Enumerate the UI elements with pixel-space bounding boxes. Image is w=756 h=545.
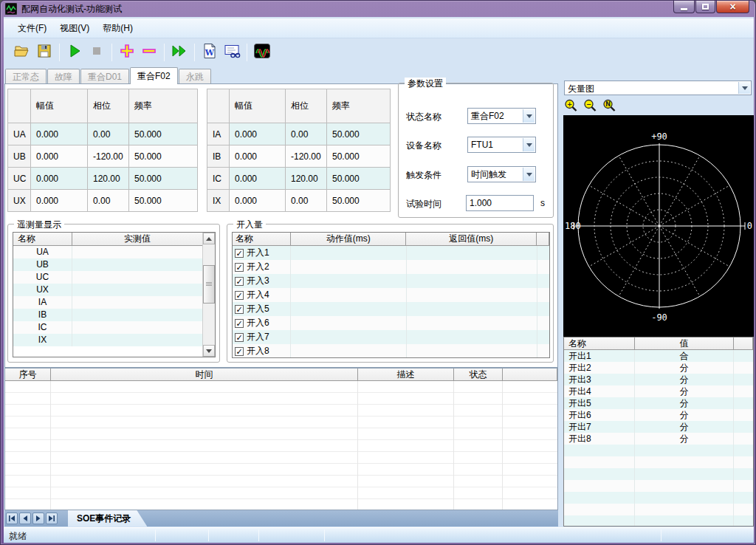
amplitude-cell[interactable]: 0.000 — [230, 168, 286, 190]
input-label: 开入4 — [247, 289, 269, 301]
frequency-cell[interactable]: 50.000 — [327, 168, 391, 190]
name-cell: ✓开入3 — [233, 274, 291, 288]
checkbox-checked[interactable]: ✓ — [235, 277, 244, 286]
minimize-button[interactable] — [673, 1, 695, 13]
word-report-button[interactable]: W — [199, 42, 221, 63]
frequency-cell[interactable]: 50.000 — [129, 168, 198, 190]
checkbox-checked[interactable]: ✓ — [235, 263, 244, 272]
waveform-button[interactable] — [251, 42, 273, 63]
name-cell: 开出8 — [564, 433, 635, 445]
phase-cell[interactable]: 120.00 — [286, 168, 327, 190]
chevron-down-icon[interactable] — [738, 82, 750, 94]
scrollbar-thumb[interactable] — [203, 265, 215, 304]
open-file-button[interactable] — [11, 42, 33, 63]
list-item[interactable]: ✓开入6 — [233, 316, 549, 330]
checkbox-checked[interactable]: ✓ — [235, 305, 244, 314]
device-name-combobox[interactable]: FTU1 — [467, 137, 536, 153]
state-name-combobox[interactable]: 重合F02 — [467, 108, 536, 124]
list-item[interactable]: ✓开入5 — [233, 302, 549, 316]
list-item[interactable]: IX — [13, 334, 215, 346]
first-page-icon[interactable] — [6, 513, 18, 524]
list-item[interactable]: UX — [13, 284, 215, 296]
amplitude-cell[interactable]: 0.000 — [230, 145, 286, 168]
checkbox-checked[interactable]: ✓ — [235, 347, 244, 356]
polar-radial-line — [619, 156, 659, 226]
last-page-icon[interactable] — [46, 513, 58, 524]
list-item[interactable]: ✓开入7 — [233, 330, 549, 344]
column-header: 状态 — [454, 369, 503, 380]
amplitude-cell[interactable]: 0.000 — [230, 123, 286, 145]
list-item[interactable]: ✓开入3 — [233, 274, 549, 288]
tab-正常态[interactable]: 正常态 — [5, 69, 47, 84]
start-button[interactable] — [63, 42, 86, 63]
list-item[interactable]: UA — [13, 246, 215, 258]
trigger-condition-combobox[interactable]: 时间触发 — [467, 166, 536, 182]
list-item[interactable]: IA — [13, 296, 215, 309]
list-item[interactable]: ✓开入2 — [233, 260, 549, 274]
scroll-up-icon[interactable] — [203, 233, 215, 244]
list-item[interactable]: UB — [13, 258, 215, 271]
menu-item-0[interactable]: 文件(F) — [11, 18, 53, 38]
prev-page-icon[interactable] — [19, 513, 31, 524]
column-header-blank — [503, 369, 557, 380]
list-item[interactable]: IB — [13, 309, 215, 321]
test-time-input[interactable] — [466, 195, 534, 211]
phase-cell[interactable]: -120.00 — [88, 145, 129, 168]
amplitude-cell[interactable]: 0.000 — [31, 145, 88, 168]
chevron-down-icon[interactable] — [523, 138, 535, 151]
phase-cell[interactable]: 0.00 — [88, 123, 129, 145]
menu-item-2[interactable]: 帮助(H) — [96, 18, 140, 38]
tab-重合F02[interactable]: 重合F02 — [130, 67, 178, 84]
zoom-reset-icon[interactable]: N — [602, 99, 616, 113]
frequency-cell[interactable]: 50.000 — [327, 145, 391, 168]
checkbox-checked[interactable]: ✓ — [235, 333, 244, 342]
menu-item-1[interactable]: 视图(V) — [53, 18, 96, 38]
chevron-down-icon[interactable] — [523, 109, 535, 123]
tab-永跳[interactable]: 永跳 — [179, 69, 211, 84]
titlebar[interactable]: 配网自动化测试-功能测试 × — [1, 1, 755, 17]
checkbox-checked[interactable]: ✓ — [235, 319, 244, 328]
tab-soe-events[interactable]: SOE事件记录 — [68, 510, 147, 527]
tab-重合D01[interactable]: 重合D01 — [80, 69, 129, 84]
add-button[interactable] — [116, 42, 138, 63]
stop-button[interactable] — [86, 42, 108, 63]
phase-cell[interactable]: 0.00 — [88, 190, 129, 212]
preview-button[interactable] — [221, 42, 243, 63]
phase-cell[interactable]: 0.00 — [286, 190, 327, 212]
scroll-down-icon[interactable] — [203, 345, 215, 357]
remove-button[interactable] — [138, 42, 160, 63]
frequency-cell[interactable]: 50.000 — [129, 190, 198, 212]
fast-forward-button[interactable] — [168, 42, 190, 63]
zoom-in-icon[interactable]: + — [564, 99, 578, 113]
phase-cell[interactable]: -120.00 — [286, 145, 327, 168]
amplitude-cell[interactable]: 0.000 — [31, 190, 88, 212]
save-button[interactable] — [33, 42, 55, 63]
chevron-down-icon[interactable] — [523, 168, 535, 181]
checkbox-checked[interactable]: ✓ — [235, 249, 244, 258]
telemetry-scrollbar[interactable] — [202, 233, 215, 357]
frequency-cell[interactable]: 50.000 — [129, 145, 198, 168]
maximize-button[interactable] — [695, 1, 715, 13]
frequency-cell[interactable]: 50.000 — [129, 123, 198, 145]
return-value-cell — [407, 330, 537, 344]
amplitude-cell[interactable]: 0.000 — [230, 190, 286, 212]
checkbox-checked[interactable]: ✓ — [235, 291, 244, 300]
outputs-header: 名称值 — [564, 337, 753, 350]
phase-cell[interactable]: 0.00 — [286, 123, 327, 145]
list-item[interactable]: ✓开入1 — [233, 246, 549, 260]
view-selector-combobox[interactable]: 矢量图 — [564, 80, 752, 95]
amplitude-cell[interactable]: 0.000 — [31, 123, 88, 145]
phase-cell[interactable]: 120.00 — [88, 168, 129, 190]
list-item[interactable]: ✓开入4 — [233, 288, 549, 302]
list-item[interactable]: IC — [13, 321, 215, 334]
frequency-cell[interactable]: 50.000 — [327, 190, 391, 212]
tab-故障[interactable]: 故障 — [47, 69, 80, 84]
zoom-out-icon[interactable]: − — [583, 99, 597, 113]
amplitude-cell[interactable]: 0.000 — [31, 168, 88, 190]
next-page-icon[interactable] — [32, 513, 44, 524]
close-button[interactable]: × — [716, 1, 749, 13]
list-item[interactable]: ✓开入8 — [233, 344, 549, 358]
list-item[interactable]: UC — [13, 271, 215, 284]
toolbar-separator — [164, 44, 165, 61]
frequency-cell[interactable]: 50.000 — [327, 123, 391, 145]
